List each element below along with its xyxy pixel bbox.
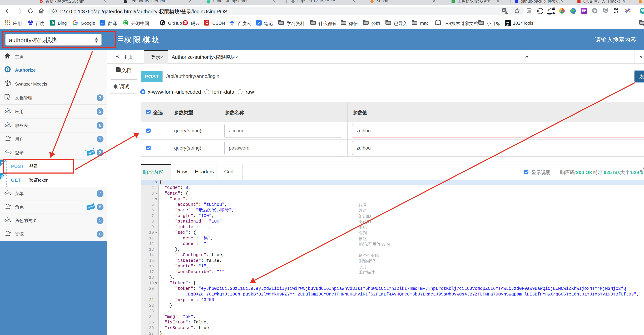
svg-text:API: API — [6, 110, 10, 112]
svg-text:API: API — [6, 192, 10, 194]
svg-text:{...}: {...} — [538, 10, 543, 12]
svg-text:API: API — [6, 151, 10, 153]
svg-text:API: API — [6, 138, 10, 140]
svg-text:API: API — [6, 124, 10, 126]
svg-text:API: API — [6, 219, 10, 221]
svg-text:API: API — [6, 233, 10, 235]
svg-text:en: en — [547, 12, 551, 15]
svg-text:API: API — [6, 206, 10, 208]
svg-text:A: A — [7, 81, 8, 83]
svg-text:du: du — [29, 22, 32, 25]
